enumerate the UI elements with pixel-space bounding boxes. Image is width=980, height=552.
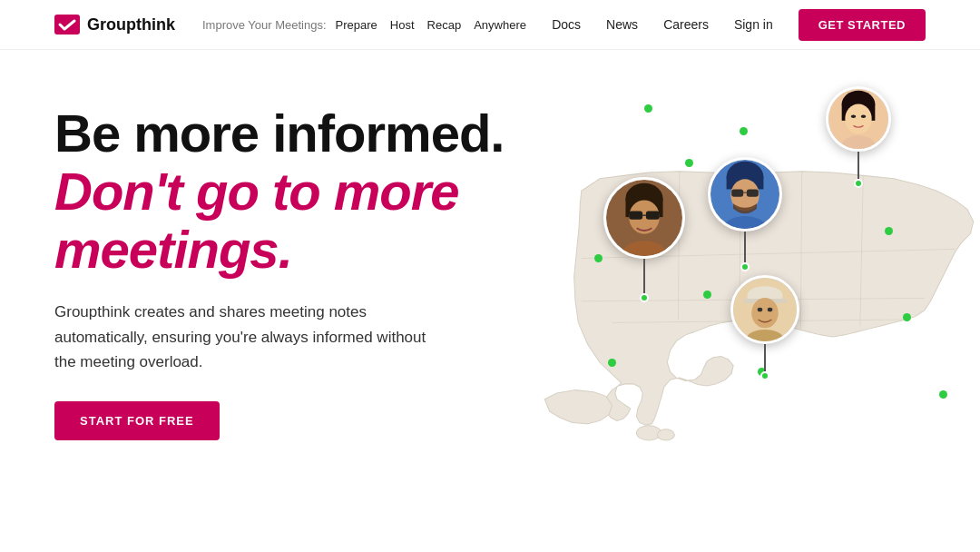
map-dot [885, 227, 893, 235]
svg-point-15 [861, 114, 867, 118]
avatar-pin-2 [603, 177, 685, 302]
avatar-3 [708, 157, 782, 232]
map-dot [903, 313, 911, 321]
avatar-dot-4 [760, 371, 769, 380]
map-dot [594, 254, 603, 262]
avatar-dot-2 [640, 293, 649, 302]
svg-point-13 [845, 104, 871, 134]
avatar-dot-1 [854, 179, 863, 188]
map-dot [703, 291, 711, 299]
hero-title-line2: Don't go to more meetings. [54, 163, 544, 279]
map-dot [608, 359, 616, 367]
improve-links: Prepare Host Recap Anywhere [330, 18, 532, 32]
map-dot [939, 390, 947, 399]
header-left: Groupthink Improve Your Meetings: Prepar… [54, 15, 532, 34]
avatar-pin-4 [730, 275, 799, 380]
hero-description: Groupthink creates and shares meeting no… [54, 300, 436, 374]
header: Groupthink Improve Your Meetings: Prepar… [0, 0, 980, 50]
svg-rect-30 [747, 189, 759, 196]
logo[interactable]: Groupthink [54, 15, 175, 34]
svg-point-37 [751, 298, 778, 328]
avatar-2 [603, 177, 685, 259]
start-free-button[interactable]: START FOR FREE [54, 401, 220, 440]
avatar-line-2 [643, 259, 645, 293]
logo-text: Groupthink [87, 15, 175, 34]
logo-icon [54, 15, 80, 34]
get-started-button[interactable]: GET STARTED [799, 9, 926, 41]
hero-content: Be more informed. Don't go to more meeti… [54, 86, 544, 552]
avatar-pin-3 [708, 157, 782, 271]
avatar-1 [826, 86, 891, 152]
nav-prepare[interactable]: Prepare [330, 18, 383, 32]
map-dot [685, 159, 693, 167]
avatar-pin-1 [826, 86, 891, 188]
hero-map [544, 77, 926, 552]
svg-rect-29 [731, 189, 743, 196]
nav-news[interactable]: News [606, 17, 638, 32]
hero-section: Be more informed. Don't go to more meeti… [0, 50, 980, 552]
svg-point-39 [768, 308, 773, 312]
hero-title-line1: Be more informed. [54, 104, 544, 163]
nav-signin[interactable]: Sign in [734, 17, 773, 32]
map-dot [740, 127, 748, 135]
nav-host[interactable]: Host [385, 18, 420, 32]
nav-careers[interactable]: Careers [663, 17, 709, 32]
improve-nav: Improve Your Meetings: Prepare Host Reca… [202, 18, 532, 32]
avatar-4 [730, 275, 799, 344]
avatar-line-3 [744, 232, 746, 262]
svg-point-14 [851, 114, 857, 118]
nav-docs[interactable]: Docs [552, 17, 581, 32]
improve-label: Improve Your Meetings: [202, 18, 327, 32]
svg-rect-0 [54, 15, 80, 34]
svg-rect-22 [646, 212, 660, 220]
svg-point-9 [657, 429, 674, 440]
svg-point-38 [758, 308, 763, 312]
svg-rect-21 [629, 212, 642, 220]
map-dot [644, 104, 652, 113]
avatar-dot-3 [740, 262, 750, 271]
header-right: Docs News Careers Sign in GET STARTED [552, 9, 926, 41]
avatar-line-1 [858, 152, 859, 179]
avatar-line-4 [764, 344, 766, 371]
nav-anywhere[interactable]: Anywhere [468, 18, 532, 32]
nav-recap[interactable]: Recap [422, 18, 467, 32]
